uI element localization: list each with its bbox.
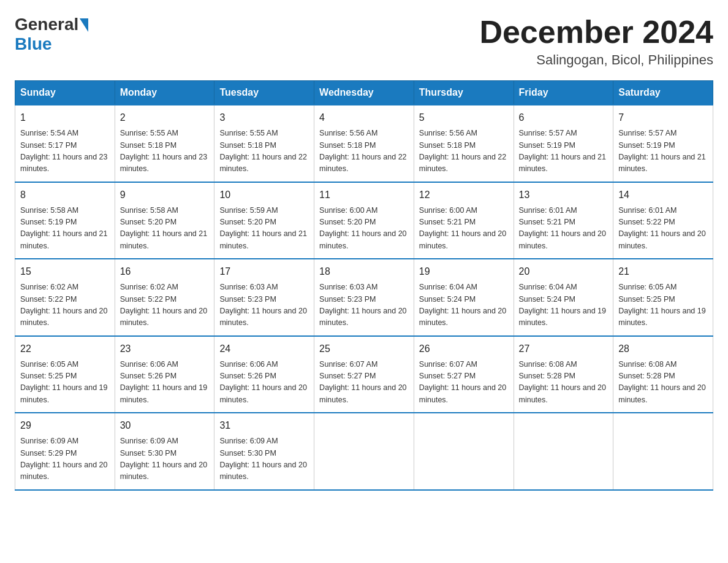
table-row: 7Sunrise: 5:57 AMSunset: 5:19 PMDaylight… — [613, 105, 713, 182]
calendar-header-row: SundayMondayTuesdayWednesdayThursdayFrid… — [15, 81, 713, 105]
calendar-day-header: Tuesday — [214, 81, 314, 105]
day-info: Sunrise: 5:58 AMSunset: 5:20 PMDaylight:… — [120, 205, 210, 253]
day-info: Sunrise: 5:58 AMSunset: 5:19 PMDaylight:… — [20, 205, 110, 253]
day-info: Sunrise: 6:07 AMSunset: 5:27 PMDaylight:… — [419, 359, 509, 407]
table-row — [314, 413, 414, 490]
day-number: 8 — [20, 188, 110, 202]
table-row — [613, 413, 713, 490]
day-number: 18 — [319, 264, 409, 279]
table-row: 9Sunrise: 5:58 AMSunset: 5:20 PMDaylight… — [115, 182, 214, 259]
day-info: Sunrise: 5:56 AMSunset: 5:18 PMDaylight:… — [319, 128, 409, 175]
calendar-day-header: Monday — [115, 81, 214, 105]
day-number: 5 — [419, 110, 509, 125]
table-row: 30Sunrise: 6:09 AMSunset: 5:30 PMDayligh… — [115, 413, 214, 490]
calendar-week-row: 22Sunrise: 6:05 AMSunset: 5:25 PMDayligh… — [15, 336, 713, 413]
table-row — [514, 413, 613, 490]
table-row: 2Sunrise: 5:55 AMSunset: 5:18 PMDaylight… — [115, 105, 214, 182]
table-row: 17Sunrise: 6:03 AMSunset: 5:23 PMDayligh… — [214, 259, 314, 336]
day-info: Sunrise: 6:00 AMSunset: 5:21 PMDaylight:… — [419, 205, 509, 253]
day-info: Sunrise: 6:02 AMSunset: 5:22 PMDaylight:… — [120, 282, 210, 329]
table-row: 12Sunrise: 6:00 AMSunset: 5:21 PMDayligh… — [414, 182, 514, 259]
day-number: 9 — [120, 188, 210, 202]
logo-general-text: General — [15, 15, 78, 34]
table-row: 13Sunrise: 6:01 AMSunset: 5:21 PMDayligh… — [514, 182, 613, 259]
day-info: Sunrise: 6:01 AMSunset: 5:22 PMDaylight:… — [618, 205, 708, 253]
table-row: 19Sunrise: 6:04 AMSunset: 5:24 PMDayligh… — [414, 259, 514, 336]
day-number: 19 — [419, 264, 509, 279]
day-number: 6 — [519, 110, 609, 125]
table-row: 8Sunrise: 5:58 AMSunset: 5:19 PMDaylight… — [15, 182, 115, 259]
calendar-title: December 2024 — [479, 15, 713, 50]
calendar-week-row: 15Sunrise: 6:02 AMSunset: 5:22 PMDayligh… — [15, 259, 713, 336]
day-info: Sunrise: 5:57 AMSunset: 5:19 PMDaylight:… — [618, 128, 708, 175]
table-row — [414, 413, 514, 490]
logo-blue-text: Blue — [15, 34, 52, 54]
day-info: Sunrise: 5:55 AMSunset: 5:18 PMDaylight:… — [120, 128, 210, 175]
day-info: Sunrise: 5:55 AMSunset: 5:18 PMDaylight:… — [219, 128, 309, 175]
table-row: 18Sunrise: 6:03 AMSunset: 5:23 PMDayligh… — [314, 259, 414, 336]
day-info: Sunrise: 6:03 AMSunset: 5:23 PMDaylight:… — [319, 282, 409, 329]
day-number: 24 — [219, 342, 309, 356]
day-number: 2 — [120, 110, 210, 125]
table-row: 14Sunrise: 6:01 AMSunset: 5:22 PMDayligh… — [613, 182, 713, 259]
day-info: Sunrise: 6:09 AMSunset: 5:30 PMDaylight:… — [219, 435, 309, 483]
table-row: 27Sunrise: 6:08 AMSunset: 5:28 PMDayligh… — [514, 336, 613, 413]
day-number: 26 — [419, 342, 509, 356]
day-info: Sunrise: 5:57 AMSunset: 5:19 PMDaylight:… — [519, 128, 609, 175]
table-row: 5Sunrise: 5:56 AMSunset: 5:18 PMDaylight… — [414, 105, 514, 182]
day-info: Sunrise: 6:07 AMSunset: 5:27 PMDaylight:… — [319, 359, 409, 407]
table-row: 16Sunrise: 6:02 AMSunset: 5:22 PMDayligh… — [115, 259, 214, 336]
day-info: Sunrise: 6:08 AMSunset: 5:28 PMDaylight:… — [519, 359, 609, 407]
day-number: 31 — [219, 418, 309, 433]
table-row: 1Sunrise: 5:54 AMSunset: 5:17 PMDaylight… — [15, 105, 115, 182]
table-row: 10Sunrise: 5:59 AMSunset: 5:20 PMDayligh… — [214, 182, 314, 259]
day-number: 20 — [519, 264, 609, 279]
title-block: December 2024 Salingogan, Bicol, Philipp… — [479, 15, 713, 68]
day-number: 30 — [120, 418, 210, 433]
day-number: 12 — [419, 188, 509, 202]
day-number: 17 — [219, 264, 309, 279]
day-number: 1 — [20, 110, 110, 125]
day-number: 3 — [219, 110, 309, 125]
day-number: 28 — [618, 342, 708, 356]
table-row: 25Sunrise: 6:07 AMSunset: 5:27 PMDayligh… — [314, 336, 414, 413]
calendar-subtitle: Salingogan, Bicol, Philippines — [479, 52, 713, 68]
table-row: 24Sunrise: 6:06 AMSunset: 5:26 PMDayligh… — [214, 336, 314, 413]
table-row: 23Sunrise: 6:06 AMSunset: 5:26 PMDayligh… — [115, 336, 214, 413]
table-row: 3Sunrise: 5:55 AMSunset: 5:18 PMDaylight… — [214, 105, 314, 182]
day-info: Sunrise: 6:05 AMSunset: 5:25 PMDaylight:… — [618, 282, 708, 329]
table-row: 29Sunrise: 6:09 AMSunset: 5:29 PMDayligh… — [15, 413, 115, 490]
table-row: 22Sunrise: 6:05 AMSunset: 5:25 PMDayligh… — [15, 336, 115, 413]
calendar-day-header: Saturday — [613, 81, 713, 105]
day-number: 10 — [219, 188, 309, 202]
calendar-week-row: 1Sunrise: 5:54 AMSunset: 5:17 PMDaylight… — [15, 105, 713, 182]
calendar-day-header: Sunday — [15, 81, 115, 105]
day-number: 21 — [618, 264, 708, 279]
day-info: Sunrise: 6:08 AMSunset: 5:28 PMDaylight:… — [618, 359, 708, 407]
day-number: 4 — [319, 110, 409, 125]
day-number: 16 — [120, 264, 210, 279]
day-info: Sunrise: 5:54 AMSunset: 5:17 PMDaylight:… — [20, 128, 110, 175]
logo: General Blue — [15, 15, 88, 54]
calendar-day-header: Wednesday — [314, 81, 414, 105]
day-number: 14 — [618, 188, 708, 202]
table-row: 21Sunrise: 6:05 AMSunset: 5:25 PMDayligh… — [613, 259, 713, 336]
day-number: 7 — [618, 110, 708, 125]
day-info: Sunrise: 6:06 AMSunset: 5:26 PMDaylight:… — [219, 359, 309, 407]
calendar-day-header: Friday — [514, 81, 613, 105]
day-info: Sunrise: 6:06 AMSunset: 5:26 PMDaylight:… — [120, 359, 210, 407]
page-header: General Blue December 2024 Salingogan, B… — [15, 15, 713, 68]
day-info: Sunrise: 6:04 AMSunset: 5:24 PMDaylight:… — [419, 282, 509, 329]
day-info: Sunrise: 5:59 AMSunset: 5:20 PMDaylight:… — [219, 205, 309, 253]
day-number: 27 — [519, 342, 609, 356]
calendar-week-row: 8Sunrise: 5:58 AMSunset: 5:19 PMDaylight… — [15, 182, 713, 259]
day-number: 29 — [20, 418, 110, 433]
day-info: Sunrise: 6:09 AMSunset: 5:30 PMDaylight:… — [120, 435, 210, 483]
day-info: Sunrise: 6:00 AMSunset: 5:20 PMDaylight:… — [319, 205, 409, 253]
table-row: 31Sunrise: 6:09 AMSunset: 5:30 PMDayligh… — [214, 413, 314, 490]
calendar-table: SundayMondayTuesdayWednesdayThursdayFrid… — [15, 80, 713, 491]
day-info: Sunrise: 5:56 AMSunset: 5:18 PMDaylight:… — [419, 128, 509, 175]
table-row: 6Sunrise: 5:57 AMSunset: 5:19 PMDaylight… — [514, 105, 613, 182]
table-row: 4Sunrise: 5:56 AMSunset: 5:18 PMDaylight… — [314, 105, 414, 182]
logo-triangle-icon — [80, 18, 88, 32]
